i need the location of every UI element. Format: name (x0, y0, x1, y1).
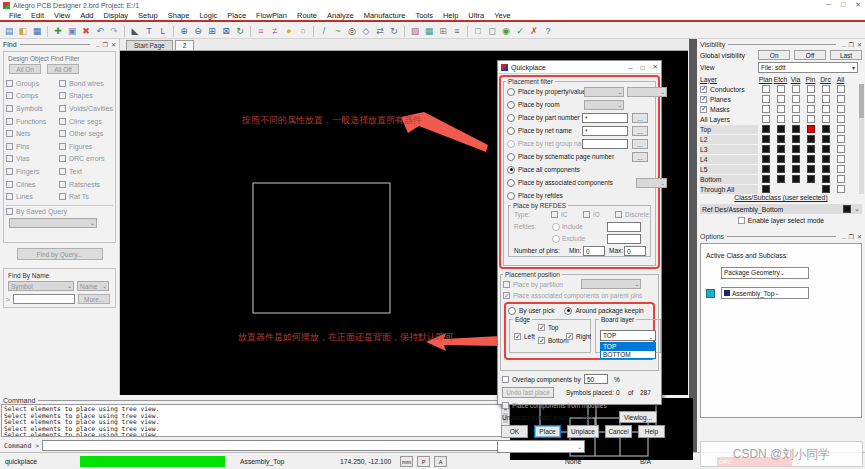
vis-cell[interactable] (807, 165, 815, 173)
vis-cell[interactable] (807, 175, 815, 183)
find-name-type-combo[interactable]: Symbol⌄ (8, 281, 74, 291)
vis-cell[interactable] (822, 115, 830, 123)
vis-cell[interactable] (837, 125, 845, 133)
enable-layer-select-checkbox[interactable] (738, 217, 745, 224)
vis-cell[interactable] (792, 115, 800, 123)
drc-waive-icon[interactable]: ✗ (528, 25, 541, 37)
vis-cell[interactable] (822, 125, 830, 133)
edge-checkbox-top[interactable] (538, 324, 545, 331)
vis-check[interactable] (700, 96, 707, 103)
checkbox-functions[interactable] (6, 118, 13, 125)
color-dialog-icon[interactable]: ▨ (409, 25, 422, 37)
checkbox-fingers[interactable] (6, 168, 13, 175)
browse-button[interactable]: ... (632, 139, 648, 149)
checkbox-vias[interactable] (6, 155, 13, 162)
menu-flowplan[interactable]: FlowPlan (251, 11, 292, 20)
menu-analyze[interactable]: Analyze (322, 11, 359, 20)
vis-cell[interactable] (792, 135, 800, 143)
maximize-icon[interactable]: □ (841, 1, 845, 9)
menu-tools[interactable]: Tools (410, 11, 438, 20)
checkbox-text[interactable] (59, 168, 66, 175)
vis-check[interactable] (700, 86, 707, 93)
type-checkbox-io[interactable] (583, 211, 590, 218)
dialog-close-icon[interactable]: ✕ (653, 63, 658, 71)
vis-cell[interactable] (822, 165, 830, 173)
minimize-icon[interactable]: ─ (826, 1, 831, 9)
panel-close-icon[interactable]: ✕ (857, 233, 862, 240)
vis-cell[interactable] (762, 95, 770, 103)
slide-icon[interactable]: ~ (332, 25, 345, 37)
around-package-keepin-radio[interactable] (564, 307, 572, 315)
checkbox-rat-ts[interactable] (59, 193, 66, 200)
redraw-icon[interactable]: ↻ (234, 25, 247, 37)
more-button[interactable]: More... (78, 294, 110, 304)
panel-toggle-icon[interactable]: ◻ (486, 25, 499, 37)
active-class-combo[interactable]: Package Geometry⌄ (721, 267, 809, 279)
menu-shape[interactable]: Shape (163, 11, 195, 20)
radio-place-by-room[interactable] (507, 101, 515, 109)
browse-button[interactable]: ... (632, 126, 648, 136)
vis-cell[interactable] (807, 105, 815, 113)
checkbox-nets[interactable] (6, 130, 13, 137)
filter-field[interactable]: * (582, 113, 628, 123)
panel-minimize-icon[interactable]: _ (96, 41, 99, 47)
filter-field[interactable] (582, 139, 628, 149)
zoom-out-icon[interactable]: ⊖ (192, 25, 205, 37)
redo-icon[interactable]: ↷ (108, 25, 121, 37)
zoom-fit-icon[interactable]: ⊞ (206, 25, 219, 37)
vis-cell[interactable] (837, 105, 845, 113)
vis-cell[interactable] (807, 155, 815, 163)
shape-add-icon[interactable]: ◇ (360, 25, 373, 37)
radio-place-by-net-name[interactable] (507, 127, 515, 135)
panel-minimize-icon[interactable]: _ (842, 41, 845, 47)
add-via-icon[interactable]: ◎ (346, 25, 359, 37)
vis-cell[interactable] (792, 85, 800, 93)
menu-ultra[interactable]: Ultra (463, 11, 489, 20)
ok-button[interactable]: OK (501, 425, 528, 438)
vis-cell[interactable] (762, 145, 770, 153)
rotate-icon[interactable]: ↻ (388, 25, 401, 37)
vis-cell[interactable] (792, 95, 800, 103)
exclude-radio[interactable] (552, 235, 560, 243)
checkbox-clines[interactable] (6, 181, 13, 188)
overlap-field[interactable]: 50 (584, 374, 608, 384)
exclude-field[interactable] (607, 234, 641, 244)
canvas-panel-divider[interactable] (689, 39, 697, 452)
vis-col-etch[interactable]: Etch (773, 76, 788, 83)
save-file-icon[interactable]: ▦ (31, 25, 44, 37)
all-off-button[interactable]: All Off (47, 64, 79, 74)
dehighlight-icon[interactable]: ○ (297, 25, 310, 37)
vis-col-all[interactable]: All (833, 76, 848, 83)
filter-combo-2[interactable]: ⌄ (627, 87, 667, 97)
checkbox-comps[interactable] (6, 92, 13, 99)
filter-field[interactable]: * (582, 126, 628, 136)
vis-cell[interactable] (837, 95, 845, 103)
subclass-color-swatch[interactable] (706, 289, 715, 298)
vis-cell[interactable] (807, 95, 815, 103)
filter-combo[interactable]: ⌄ (584, 100, 624, 110)
mirror-icon[interactable]: ⇄ (374, 25, 387, 37)
command-input[interactable] (42, 440, 510, 451)
vis-cell[interactable] (822, 155, 830, 163)
radio-place-by-part-number[interactable] (507, 114, 515, 122)
vis-cell[interactable] (837, 185, 845, 193)
vis-cell[interactable] (837, 175, 845, 183)
include-radio[interactable] (552, 223, 560, 231)
checkbox-ratsnests[interactable] (59, 181, 66, 188)
vis-cell[interactable] (837, 165, 845, 173)
vis-cell[interactable] (762, 185, 770, 193)
vis-cell[interactable] (807, 115, 815, 123)
find-by-query-button[interactable]: Find by Query... (17, 248, 103, 260)
view-combo[interactable]: File: sdtt▾ (758, 62, 858, 73)
partition-combo[interactable]: ⌄ (581, 279, 641, 289)
panel-float-icon[interactable]: ❒ (103, 41, 108, 48)
command-history-combo[interactable]: ⌄ (497, 440, 585, 453)
browse-button[interactable]: ... (632, 113, 648, 123)
radio-place-by-schematic-page-number[interactable] (507, 153, 515, 161)
checkbox-pins[interactable] (6, 143, 13, 150)
tab-board-2[interactable]: 2 (175, 40, 195, 50)
tab-start-page[interactable]: Start Page (126, 40, 173, 50)
quickplace-title-bar[interactable]: Quickplace ─ □ ✕ (498, 61, 661, 74)
status-button-p[interactable]: P (417, 456, 430, 467)
menu-help[interactable]: Help (438, 11, 463, 20)
